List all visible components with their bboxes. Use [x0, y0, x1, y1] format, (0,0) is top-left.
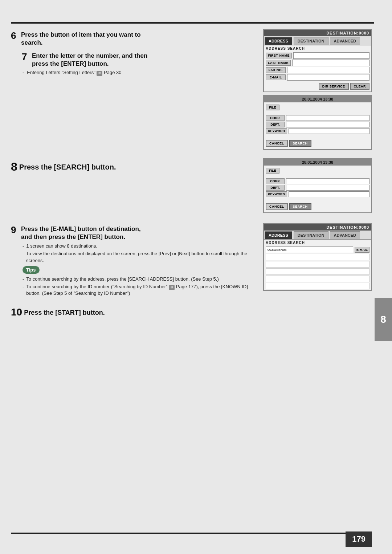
main-layout: 6 Press the button of item that you want… [11, 29, 372, 532]
note-9-1-text: 1 screen can show 8 destinations. [26, 243, 97, 249]
field-keyword-2: KEYWORD [266, 191, 369, 197]
result-id-cell: 003:USER03 [266, 247, 353, 253]
page-number: 179 [346, 531, 372, 547]
tip-2-text: To continue searching by the ID number (… [26, 284, 256, 297]
input-corp-1[interactable] [286, 115, 369, 121]
destination-header: DESTINATION:0000 [264, 30, 371, 36]
file-search-panel-2: 28.01.2004 13:38 FILE CORP. DEPT. KEY [263, 158, 372, 213]
label-keyword-1: KEYWORD [266, 128, 287, 134]
destination-result-panel: DESTINATION:0000 ADDRESS DESTINATION ADV… [263, 223, 372, 291]
text-col-6-7: 6 Press the button of item that you want… [11, 29, 256, 150]
file-tab-2[interactable]: FILE [266, 168, 279, 174]
bottom-rule [11, 533, 372, 534]
label-corp-2: CORP. [266, 178, 285, 184]
input-first-name[interactable] [293, 52, 369, 59]
section-8: 8 Press the [SEARCH] button. 28.01.2004 … [11, 158, 372, 213]
field-email: E-MAIL [266, 74, 369, 81]
step-8-number: 8 [11, 160, 17, 174]
result-tab-destination[interactable]: DESTINATION [294, 231, 328, 239]
result-row: 003:USER03 E-MAIL [266, 247, 369, 253]
step-7-text-line2: press the [ENTER] button. [32, 60, 147, 68]
step-8-heading: 8 Press the [SEARCH] button. [11, 160, 256, 174]
cancel-button-1[interactable]: CANCEL [266, 140, 288, 147]
bottom-row-2: CANCEL SEARCH [264, 201, 371, 212]
step-7-heading: 7 Enter the letter or the number, and th… [22, 52, 256, 68]
section-10: 10 Press the [START] button. [11, 307, 372, 317]
label-dept-2: DEPT. [266, 185, 285, 191]
step-7-note: - Entering Letters "Setting Letters" ⊞ P… [23, 70, 256, 76]
label-fax-no: FAX NO. [266, 67, 286, 73]
field-first-name: FIRST NAME [266, 52, 369, 59]
tab-address[interactable]: ADDRESS [265, 37, 292, 45]
bottom-row-1: CANCEL SEARCH [264, 138, 371, 149]
right-tab: 8 [375, 298, 392, 341]
tab-advanced[interactable]: ADVANCED [330, 37, 360, 45]
note-9-1b: To view the destinations not displayed o… [26, 250, 256, 264]
input-fax-no[interactable] [287, 67, 369, 73]
step-7-note-text: Entering Letters "Setting Letters" ⊞ Pag… [27, 70, 121, 76]
top-rule [11, 22, 374, 24]
step-9-text-line2: and then press the [ENTER] button. [21, 233, 141, 241]
label-dept-1: DEPT. [266, 122, 285, 127]
input-keyword-1[interactable] [289, 128, 369, 134]
note-9-1b-text: To view the destinations not displayed o… [26, 250, 256, 264]
tips-notes: - To continue searching by the address, … [23, 276, 256, 297]
tips-badge: Tips [23, 266, 40, 274]
dir-service-button[interactable]: DIR SERVICE [319, 83, 349, 90]
result-header: DESTINATION:0000 [264, 224, 371, 231]
ref-icon-1: ⊞ [97, 71, 102, 76]
label-corp-1: CORP. [266, 115, 285, 121]
label-first-name: FIRST NAME [266, 53, 292, 58]
result-tab-address[interactable]: ADDRESS [265, 231, 292, 239]
step-9-heading: 9 Press the [E-MAIL] button of destinati… [11, 225, 256, 241]
step-9-number: 9 [11, 225, 18, 235]
search-button-1[interactable]: SEARCH [289, 140, 311, 147]
step-6-text-line2: search. [21, 39, 141, 47]
panel-destination-result: DESTINATION:0000 ADDRESS DESTINATION ADV… [263, 223, 372, 298]
field-dept-1: DEPT. [266, 122, 369, 127]
field-last-name: LAST NAME [266, 60, 369, 66]
empty-row-5 [266, 283, 369, 289]
tab-destination[interactable]: DESTINATION [294, 37, 328, 45]
date-header-1: 28.01.2004 13:38 [264, 96, 371, 102]
step-6-heading: 6 Press the button of item that you want… [11, 31, 256, 47]
step-6-text-line1: Press the button of item that you want t… [21, 31, 141, 39]
step-10-text: Press the [START] button. [24, 307, 105, 317]
input-corp-2[interactable] [286, 178, 369, 184]
label-email: E-MAIL [266, 74, 286, 80]
panel-file-search-2: 28.01.2004 13:38 FILE CORP. DEPT. KEY [263, 158, 372, 213]
result-tab-advanced[interactable]: ADVANCED [330, 231, 360, 239]
date-header-2: 28.01.2004 13:38 [264, 159, 371, 166]
input-dept-1[interactable] [286, 122, 369, 127]
empty-row-4 [266, 276, 369, 282]
tips-box: Tips [23, 266, 256, 274]
empty-row-2 [266, 261, 369, 268]
field-keyword-1: KEYWORD [266, 128, 369, 134]
tip-1: - To continue searching by the address, … [23, 276, 256, 282]
label-last-name: LAST NAME [266, 60, 291, 66]
input-keyword-2[interactable] [289, 191, 369, 197]
empty-row-1 [266, 254, 369, 260]
step-8-text: Press the [SEARCH] button. [19, 162, 116, 172]
empty-rows [266, 254, 369, 289]
step-10-number: 10 [11, 307, 22, 317]
input-last-name[interactable] [292, 60, 369, 66]
panel-tabs: ADDRESS DESTINATION ADVANCED [264, 36, 371, 45]
tip-2: - To continue searching by the ID number… [23, 284, 256, 297]
destination-address-panel: DESTINATION:0000 ADDRESS DESTINATION ADV… [263, 29, 372, 92]
search-button-2[interactable]: SEARCH [289, 203, 311, 210]
input-dept-2[interactable] [286, 185, 369, 191]
file-tab-1[interactable]: FILE [266, 105, 279, 110]
step-7-number: 7 [22, 52, 29, 61]
clear-button[interactable]: CLEAR [350, 83, 370, 90]
section-6-7: 6 Press the button of item that you want… [11, 29, 372, 150]
input-email[interactable] [287, 74, 369, 81]
text-col-9: 9 Press the [E-MAIL] button of destinati… [11, 223, 256, 298]
panel-destination-address: DESTINATION:0000 ADDRESS DESTINATION ADV… [263, 29, 372, 150]
tip-1-text: To continue searching by the address, pr… [26, 276, 219, 282]
field-dept-2: DEPT. [266, 185, 369, 191]
cancel-button-2[interactable]: CANCEL [266, 203, 288, 210]
field-corp-1: CORP. [266, 115, 369, 121]
address-search-title: ADDRESS SEARCH [264, 45, 371, 52]
result-tag: E-MAIL [355, 247, 369, 253]
